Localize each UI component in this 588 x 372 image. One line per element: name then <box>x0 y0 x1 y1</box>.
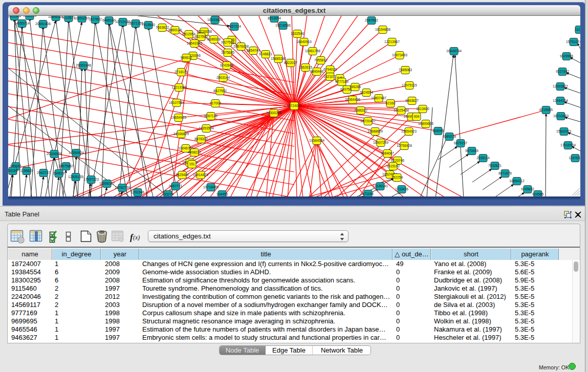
svg-text:62160: 62160 <box>386 101 396 105</box>
svg-text:2935114: 2935114 <box>476 156 490 160</box>
svg-text:1156829: 1156829 <box>20 169 33 172</box>
svg-text:1292346: 1292346 <box>131 190 144 194</box>
svg-text:7515540: 7515540 <box>142 23 155 27</box>
svg-text:7625402: 7625402 <box>176 173 189 177</box>
svg-text:20364436: 20364436 <box>345 98 360 101</box>
svg-text:9245652: 9245652 <box>521 187 534 191</box>
svg-text:18907249: 18907249 <box>373 141 388 144</box>
svg-text:1851904: 1851904 <box>8 16 21 18</box>
svg-text:9463627: 9463627 <box>405 99 419 102</box>
svg-text:39975867: 39975867 <box>58 164 74 168</box>
svg-text:8990448: 8990448 <box>310 70 323 73</box>
svg-text:10899695: 10899695 <box>418 122 433 125</box>
svg-text:15692971: 15692971 <box>556 129 572 133</box>
svg-text:3113400: 3113400 <box>416 107 429 111</box>
svg-text:10688609: 10688609 <box>367 129 383 133</box>
svg-text:15751074: 15751074 <box>566 40 580 43</box>
svg-text:917004: 917004 <box>210 101 222 105</box>
svg-text:9857771: 9857771 <box>169 184 182 188</box>
svg-text:1167533: 1167533 <box>569 156 580 160</box>
svg-text:8813054: 8813054 <box>268 16 281 20</box>
svg-text:14055714: 14055714 <box>14 21 30 25</box>
svg-text:19384554: 19384554 <box>309 139 324 142</box>
svg-text:10646334: 10646334 <box>48 16 63 18</box>
svg-text:9135914: 9135914 <box>23 16 36 17</box>
svg-text:19718485: 19718485 <box>203 185 219 189</box>
svg-text:746266: 746266 <box>350 85 361 89</box>
svg-text:16033809: 16033809 <box>207 18 223 21</box>
svg-text:10654112: 10654112 <box>509 179 525 183</box>
svg-text:6879197: 6879197 <box>454 141 467 145</box>
svg-text:989612: 989612 <box>181 56 192 59</box>
svg-text:1733426: 1733426 <box>395 187 408 191</box>
svg-text:9327500: 9327500 <box>194 35 208 38</box>
svg-text:8471676: 8471676 <box>498 171 512 175</box>
svg-text:8860128: 8860128 <box>168 28 182 32</box>
svg-text:9474444: 9474444 <box>465 149 478 152</box>
svg-text:19166829: 19166829 <box>173 132 189 136</box>
svg-text:10025438: 10025438 <box>394 108 409 112</box>
svg-text:2803144: 2803144 <box>216 76 230 79</box>
svg-text:9119571: 9119571 <box>62 16 75 19</box>
svg-text:18300295: 18300295 <box>266 111 281 115</box>
svg-text:9777169: 9777169 <box>335 80 349 83</box>
svg-text:6794028: 6794028 <box>323 68 337 71</box>
svg-text:16914479: 16914479 <box>193 173 208 177</box>
svg-text:19654923: 19654923 <box>401 129 417 133</box>
svg-text:9084067: 9084067 <box>381 151 394 155</box>
svg-text:10756928: 10756928 <box>397 144 412 147</box>
svg-text:252254: 252254 <box>391 176 403 179</box>
svg-text:20206576: 20206576 <box>47 152 62 156</box>
svg-text:19654925: 19654925 <box>171 116 186 119</box>
svg-text:12213967: 12213967 <box>384 40 400 43</box>
svg-text:12213389: 12213389 <box>171 85 187 89</box>
svg-text:19218586: 19218586 <box>275 24 291 27</box>
svg-text:9329966: 9329966 <box>560 54 573 58</box>
svg-text:164095: 164095 <box>432 129 444 133</box>
svg-text:8322037: 8322037 <box>284 61 297 64</box>
svg-text:1362615: 1362615 <box>299 65 312 69</box>
svg-text:904: 904 <box>413 115 419 118</box>
svg-text:1332546: 1332546 <box>291 32 304 35</box>
svg-text:12505135: 12505135 <box>68 175 83 179</box>
svg-text:(x): (x) <box>133 234 140 241</box>
svg-text:104455: 104455 <box>216 192 228 196</box>
svg-text:16640910: 16640910 <box>296 40 312 43</box>
svg-text:9227342: 9227342 <box>556 70 569 73</box>
svg-text:3875685: 3875685 <box>221 51 234 54</box>
svg-text:8186328: 8186328 <box>207 37 221 41</box>
svg-text:3824554: 3824554 <box>360 91 373 94</box>
svg-text:16648784: 16648784 <box>446 49 462 53</box>
svg-text:171164: 171164 <box>362 192 374 195</box>
svg-text:11174: 11174 <box>575 28 580 31</box>
svg-text:7386322: 7386322 <box>354 108 367 112</box>
svg-text:11353594: 11353594 <box>199 126 214 130</box>
svg-text:20691406: 20691406 <box>35 22 51 26</box>
svg-text:8912954: 8912954 <box>182 32 195 36</box>
svg-text:15720407: 15720407 <box>360 119 376 123</box>
svg-text:933274: 933274 <box>162 192 174 196</box>
svg-text:16210643: 16210643 <box>553 114 569 118</box>
svg-text:2718176: 2718176 <box>175 70 188 74</box>
svg-text:9389228: 9389228 <box>443 135 456 138</box>
svg-text:8215955: 8215955 <box>539 108 553 112</box>
svg-text:18724007: 18724007 <box>287 104 302 107</box>
svg-text:39159: 39159 <box>8 169 18 172</box>
svg-text:9242848: 9242848 <box>220 63 233 67</box>
svg-text:6120746: 6120746 <box>391 159 404 162</box>
svg-text:6466160: 6466160 <box>102 18 116 22</box>
svg-text:1615192: 1615192 <box>386 164 400 168</box>
svg-text:2087682: 2087682 <box>365 18 378 22</box>
svg-text:154519: 154519 <box>53 171 65 175</box>
svg-text:16154838: 16154838 <box>375 28 390 31</box>
svg-text:7632621: 7632621 <box>488 164 502 167</box>
svg-text:10653287: 10653287 <box>74 16 90 20</box>
svg-text:16543382: 16543382 <box>187 41 202 45</box>
svg-text:17016504: 17016504 <box>560 143 576 147</box>
svg-text:8267130: 8267130 <box>204 114 217 118</box>
svg-text:16671355: 16671355 <box>128 21 143 25</box>
svg-text:10807487: 10807487 <box>371 96 386 100</box>
svg-text:924565: 924565 <box>532 192 544 196</box>
svg-text:10961758: 10961758 <box>305 49 320 53</box>
svg-text:7955812: 7955812 <box>314 58 328 62</box>
